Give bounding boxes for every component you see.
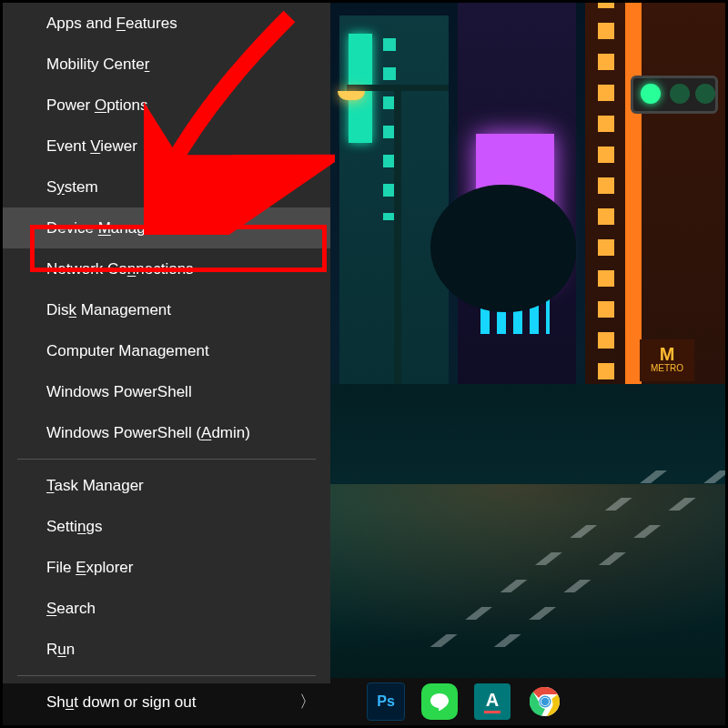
- menu-item-label: Apps and Features: [46, 15, 177, 32]
- menu-item-label: Search: [46, 600, 96, 617]
- traffic-light-icon: [631, 76, 718, 114]
- menu-item-label: Power Options: [46, 96, 148, 114]
- metro-sign: MMETRO: [640, 339, 694, 381]
- menu-item-label: Windows PowerShell (Admin): [46, 424, 250, 441]
- menu-item-mobility-center[interactable]: Mobility Center: [3, 44, 330, 85]
- menu-item-file-explorer[interactable]: File Explorer: [3, 547, 330, 588]
- svg-point-3: [541, 698, 549, 705]
- menu-item-device-manager[interactable]: Device Manager: [3, 207, 330, 248]
- menu-item-label: Device Manager: [46, 219, 159, 237]
- menu-item-desktop[interactable]: Desktop: [3, 723, 330, 728]
- menu-separator: [17, 675, 316, 676]
- menu-item-system[interactable]: System: [3, 167, 330, 207]
- menu-item-label: Disk Management: [46, 301, 171, 318]
- menu-item-label: Computer Management: [46, 342, 209, 359]
- menu-item-label: Run: [46, 641, 75, 658]
- menu-item-label: System: [46, 178, 98, 196]
- menu-item-label: Event Viewer: [46, 137, 137, 155]
- menu-item-windows-powershell-admin[interactable]: Windows PowerShell (Admin): [3, 412, 330, 453]
- menu-item-power-options[interactable]: Power Options: [3, 85, 330, 126]
- menu-item-label: Task Manager: [46, 477, 144, 494]
- menu-item-run[interactable]: Run: [3, 629, 330, 670]
- menu-item-search[interactable]: Search: [3, 588, 330, 629]
- menu-item-disk-management[interactable]: Disk Management: [3, 289, 330, 330]
- menu-item-label: Settings: [46, 518, 102, 535]
- menu-item-event-viewer[interactable]: Event Viewer: [3, 126, 330, 167]
- taskbar-app-line[interactable]: [421, 683, 458, 720]
- chevron-right-icon: 〉: [299, 682, 316, 723]
- menu-item-label: Mobility Center: [46, 56, 149, 73]
- menu-item-apps-and-features[interactable]: Apps and Features: [3, 3, 330, 44]
- menu-item-label: Shut down or sign out: [46, 693, 196, 711]
- menu-item-windows-powershell[interactable]: Windows PowerShell: [3, 371, 330, 412]
- taskbar-app-chrome[interactable]: [527, 683, 563, 720]
- menu-item-settings[interactable]: Settings: [3, 506, 330, 547]
- menu-item-computer-management[interactable]: Computer Management: [3, 330, 330, 371]
- menu-separator: [17, 459, 316, 460]
- menu-item-label: Network Connections: [46, 260, 194, 278]
- menu-item-network-connections[interactable]: Network Connections: [3, 248, 330, 289]
- power-user-menu: Apps and FeaturesMobility CenterPower Op…: [3, 3, 330, 683]
- taskbar-app-photoshop[interactable]: Ps: [367, 682, 405, 721]
- taskbar-app-a4[interactable]: A: [474, 683, 511, 720]
- menu-item-task-manager[interactable]: Task Manager: [3, 465, 330, 506]
- menu-item-shut-down-or-sign-out[interactable]: Shut down or sign out〉: [3, 682, 330, 723]
- menu-item-label: File Explorer: [46, 559, 133, 576]
- menu-item-label: Windows PowerShell: [46, 383, 192, 400]
